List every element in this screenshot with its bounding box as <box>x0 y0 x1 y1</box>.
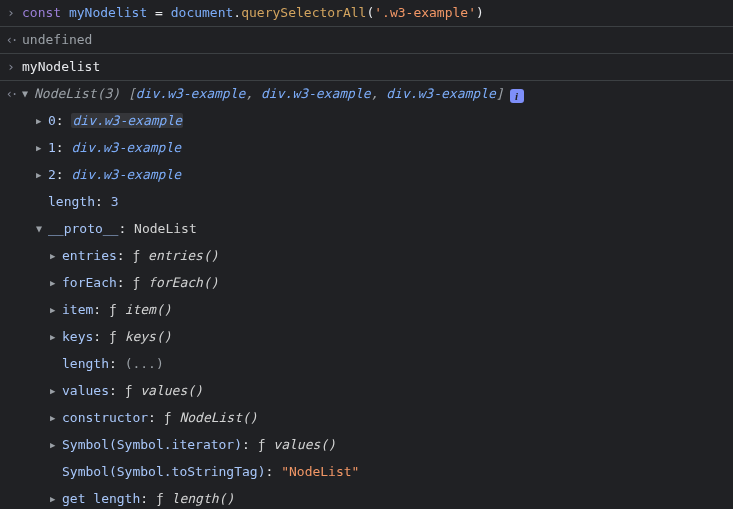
console-input-2[interactable]: › myNodelist <box>0 54 733 81</box>
disclosure-triangle-icon[interactable]: ▶ <box>50 406 60 430</box>
length-value: 3 <box>111 194 119 209</box>
disclosure-triangle-icon[interactable]: ▶ <box>36 136 46 160</box>
property-row[interactable]: ▶1: div.w3-example <box>0 135 733 162</box>
disclosure-triangle-icon[interactable]: ▶ <box>50 325 60 349</box>
element-link[interactable]: div.w3-example <box>71 140 181 155</box>
method-row[interactable]: ▶constructor: ƒ NodeList() <box>0 405 733 432</box>
disclosure-triangle-icon[interactable]: ▶ <box>50 487 60 509</box>
property-row[interactable]: ▶0: div.w3-example <box>0 108 733 135</box>
object-summary[interactable]: ▼NodeList(3) [div.w3-example, div.w3-exa… <box>22 82 733 107</box>
disclosure-triangle-icon[interactable]: ▶ <box>50 244 60 268</box>
index-key: 1 <box>48 140 56 155</box>
proto-key: __proto__ <box>48 221 118 236</box>
property-row[interactable]: length: (...) <box>0 351 733 378</box>
output-icon <box>0 82 22 106</box>
console-input-1[interactable]: › const myNodelist = document.querySelec… <box>0 0 733 27</box>
code-line: const myNodelist = document.querySelecto… <box>22 1 733 25</box>
disclosure-triangle-icon[interactable]: ▶ <box>50 433 60 457</box>
method-row[interactable]: ▶values: ƒ values() <box>0 378 733 405</box>
method-row[interactable]: ▶get length: ƒ length() <box>0 486 733 509</box>
disclosure-triangle-down-icon[interactable]: ▼ <box>22 82 32 106</box>
disclosure-triangle-icon[interactable]: ▶ <box>50 271 60 295</box>
output-icon <box>0 28 22 52</box>
method-row[interactable]: ▶forEach: ƒ forEach() <box>0 270 733 297</box>
method-row[interactable]: ▶item: ƒ item() <box>0 297 733 324</box>
element-preview[interactable]: div.w3-example <box>136 86 246 101</box>
method-row[interactable]: ▶keys: ƒ keys() <box>0 324 733 351</box>
disclosure-triangle-icon[interactable]: ▶ <box>36 109 46 133</box>
index-key: 0 <box>48 113 56 128</box>
property-row[interactable]: Symbol(Symbol.toStringTag): "NodeList" <box>0 459 733 486</box>
length-key: length <box>48 194 95 209</box>
method-row[interactable]: ▶entries: ƒ entries() <box>0 243 733 270</box>
disclosure-triangle-icon[interactable]: ▶ <box>50 298 60 322</box>
prompt-icon: › <box>0 55 22 79</box>
console-output-1: undefined <box>0 27 733 54</box>
disclosure-triangle-down-icon[interactable]: ▼ <box>36 217 46 241</box>
element-preview[interactable]: div.w3-example <box>261 86 371 101</box>
keyword-const: const <box>22 5 61 20</box>
proto-value: NodeList <box>134 221 197 236</box>
undefined-result: undefined <box>22 28 733 52</box>
code-line: myNodelist <box>22 55 733 79</box>
disclosure-triangle-icon[interactable]: ▶ <box>50 379 60 403</box>
property-row[interactable]: length: 3 <box>0 189 733 216</box>
proto-row[interactable]: ▼__proto__: NodeList <box>0 216 733 243</box>
string-value: "NodeList" <box>281 464 359 479</box>
method-qsa: querySelectorAll <box>241 5 366 20</box>
index-key: 2 <box>48 167 56 182</box>
property-row[interactable]: ▶2: div.w3-example <box>0 162 733 189</box>
identifier: myNodelist <box>69 5 147 20</box>
element-link[interactable]: div.w3-example <box>71 113 183 128</box>
disclosure-triangle-icon[interactable]: ▶ <box>36 163 46 187</box>
object-document: document <box>171 5 234 20</box>
object-summary-row[interactable]: ▼NodeList(3) [div.w3-example, div.w3-exa… <box>0 81 733 108</box>
getter-placeholder[interactable]: (...) <box>125 356 164 371</box>
element-link[interactable]: div.w3-example <box>71 167 181 182</box>
prompt-icon: › <box>0 1 22 25</box>
method-row[interactable]: ▶Symbol(Symbol.iterator): ƒ values() <box>0 432 733 459</box>
string-arg: '.w3-example' <box>374 5 476 20</box>
info-icon[interactable]: i <box>510 89 524 103</box>
element-preview[interactable]: div.w3-example <box>386 86 496 101</box>
